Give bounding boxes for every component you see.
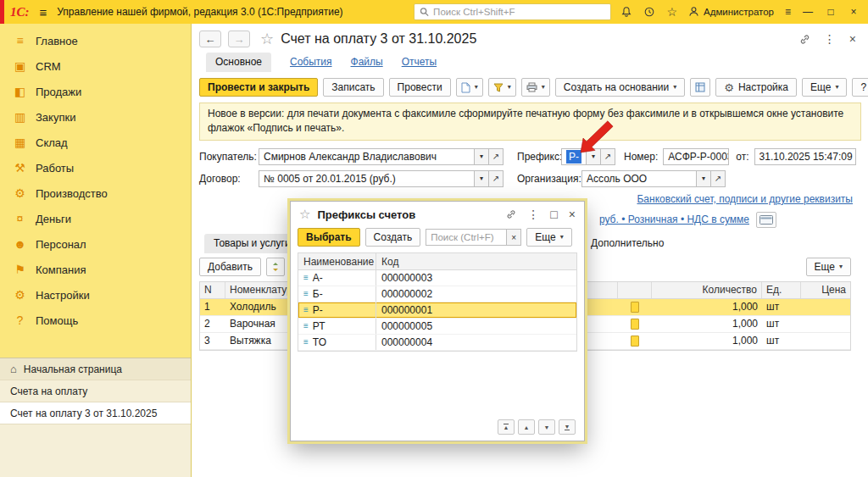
favorites-star-icon[interactable]: ☆ (666, 5, 677, 19)
prefix-dropdown-icon[interactable]: ▾ (587, 148, 601, 165)
create-based-button[interactable]: Создать на основании▾ (555, 78, 686, 97)
more-menu-icon[interactable]: ⋮ (824, 32, 836, 46)
bank-details-link[interactable]: Банковский счет, подписи и другие реквиз… (637, 193, 853, 205)
filter-button[interactable]: ▾ (488, 78, 516, 97)
sidebar-item-settings[interactable]: ⚙Настройки (0, 282, 191, 308)
forward-button[interactable]: → (228, 31, 250, 47)
user-menu[interactable]: Администратор (688, 6, 774, 19)
sidebar-item-crm[interactable]: ▣CRM (0, 53, 191, 79)
go-last-button[interactable]: ▼ (559, 419, 576, 435)
buyer-dropdown-icon[interactable]: ▾ (475, 148, 489, 165)
prefix-name: Б- (313, 288, 323, 300)
column-header-reserve[interactable] (618, 282, 652, 298)
dialog-search-input[interactable] (426, 229, 507, 246)
dialog-maximize-icon[interactable]: □ (550, 208, 557, 221)
prefix-field[interactable]: Р- (561, 148, 587, 165)
sidebar-item-purchases[interactable]: ▥Закупки (0, 104, 191, 130)
main-menu-icon[interactable]: ≡ (40, 5, 47, 19)
organization-dropdown-icon[interactable]: ▾ (697, 170, 711, 187)
column-header-price[interactable]: Цена (801, 282, 850, 298)
prefix-code: 000000002 (376, 286, 576, 302)
sidebar-item-staff[interactable]: ☻Персонал (0, 231, 191, 257)
tab-main[interactable]: Основное (206, 53, 271, 72)
list-item[interactable]: ≡РТ 000000005 (298, 319, 576, 335)
dialog-header[interactable]: ☆ Префиксы счетов ⋮ □ × (291, 202, 584, 227)
maximize-button[interactable]: □ (825, 6, 837, 18)
go-first-button[interactable]: ▲ (498, 419, 515, 435)
history-icon[interactable] (643, 6, 655, 18)
sidebar-item-main[interactable]: ≡Главное (0, 28, 191, 53)
sidebar-item-help[interactable]: ?Помощь (0, 308, 191, 333)
buyer-open-icon[interactable]: ↗ (489, 148, 504, 165)
search-clear-icon[interactable]: × (507, 229, 521, 246)
copy-link-icon[interactable] (799, 34, 810, 45)
notifications-bell-icon[interactable] (620, 6, 632, 18)
post-and-close-button[interactable]: Провести и закрыть (199, 78, 318, 97)
dialog-copy-link-icon[interactable] (506, 209, 516, 219)
contract-dropdown-icon[interactable]: ▾ (475, 170, 489, 187)
sidebar-item-current-invoice[interactable]: Счет на оплату 3 от 31.10.2025 (0, 402, 191, 424)
write-button[interactable]: Записать (323, 78, 383, 97)
more-button[interactable]: Еще▾ (802, 78, 847, 97)
go-prev-button[interactable]: ▲ (518, 419, 535, 435)
contract-field[interactable]: № 0005 от 20.01.2015 (руб.) (259, 170, 475, 187)
caret-down-icon: ▾ (560, 234, 564, 241)
row-move-button[interactable] (266, 258, 285, 276)
close-document-icon[interactable]: × (849, 32, 856, 46)
contract-open-icon[interactable]: ↗ (489, 170, 504, 187)
global-search[interactable] (414, 3, 611, 20)
subordination-structure-button[interactable] (690, 78, 710, 97)
home-icon: ⌂ (10, 363, 17, 375)
prices-currency-button[interactable] (756, 212, 776, 228)
back-button[interactable]: ← (199, 31, 221, 47)
sidebar-item-sales[interactable]: ◧Продажи (0, 79, 191, 104)
column-header-code[interactable]: Код (376, 253, 576, 269)
add-row-button[interactable]: Добавить (199, 258, 261, 276)
tab-reports[interactable]: Отчеты (402, 56, 437, 72)
dialog-more-menu-icon[interactable]: ⋮ (527, 208, 539, 221)
currency-settings-link[interactable]: руб. • Розничная • НДС в сумме (599, 214, 749, 225)
tab-additional[interactable]: Дополнительно (591, 237, 664, 249)
prefix-open-icon[interactable]: ↗ (601, 148, 615, 165)
items-more-button[interactable]: Еще▾ (806, 258, 851, 276)
list-item[interactable]: ≡А- 000000003 (298, 270, 576, 286)
list-item[interactable]: ≡ТО 000000004 (298, 335, 576, 351)
settings-button[interactable]: ⚙Настройка (715, 78, 797, 97)
list-item-selected[interactable]: ≡Р- 000000001 (298, 302, 576, 319)
number-field[interactable]: АСФР-Р-0003 (663, 148, 729, 165)
column-header-n[interactable]: N (200, 282, 225, 298)
date-field[interactable]: 31.10.2025 15:47:09 (754, 148, 856, 165)
tab-events[interactable]: События (290, 56, 332, 72)
help-button[interactable]: ? (852, 78, 868, 97)
dialog-more-button[interactable]: Еще▾ (526, 228, 571, 247)
close-window-button[interactable]: × (848, 6, 860, 18)
dialog-toolbar: Выбрать Создать × Еще▾ (291, 227, 584, 252)
sidebar-item-production[interactable]: ⚙Производство (0, 180, 191, 206)
select-button[interactable]: Выбрать (298, 228, 360, 247)
sidebar-item-home-page[interactable]: ⌂Начальная страница (0, 358, 191, 380)
service-menu-icon[interactable]: ≡ (785, 6, 791, 18)
column-header-unit[interactable]: Ед. (762, 282, 801, 298)
post-button[interactable]: Провести (389, 78, 451, 97)
sidebar-item-money[interactable]: ¤Деньги (0, 206, 191, 231)
column-header-quantity[interactable]: Количество (652, 282, 762, 298)
column-header-name[interactable]: Наименование↓ (298, 253, 376, 269)
tab-files[interactable]: Файлы (351, 56, 383, 72)
sidebar-item-warehouse[interactable]: ▦Склад (0, 130, 191, 155)
dialog-favorite-star-icon[interactable]: ☆ (299, 207, 310, 222)
favorite-star-icon[interactable]: ☆ (260, 30, 274, 48)
attach-file-button[interactable]: ▾ (456, 78, 483, 97)
sidebar-item-works[interactable]: ⚒Работы (0, 155, 191, 180)
go-next-button[interactable]: ▼ (538, 419, 555, 435)
global-search-input[interactable] (433, 7, 605, 17)
organization-open-icon[interactable]: ↗ (711, 170, 726, 187)
sidebar-item-company[interactable]: ⚑Компания (0, 257, 191, 282)
create-button[interactable]: Создать (365, 228, 421, 247)
sidebar-item-invoices-list[interactable]: Счета на оплату (0, 380, 191, 402)
organization-field[interactable]: Ассоль ООО (581, 170, 697, 187)
minimize-button[interactable]: — (802, 6, 814, 18)
list-item[interactable]: ≡Б- 000000002 (298, 286, 576, 302)
dialog-close-icon[interactable]: × (569, 208, 576, 221)
print-button[interactable]: ▾ (521, 78, 550, 97)
buyer-field[interactable]: Смирнов Александр Владиславович (259, 148, 475, 165)
